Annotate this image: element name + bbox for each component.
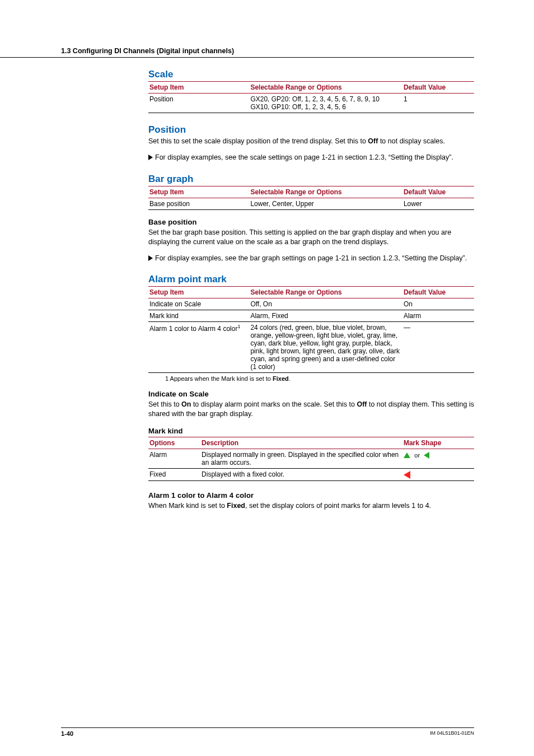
triangle-right-icon bbox=[148, 155, 153, 160]
cell-def: Lower bbox=[402, 198, 474, 209]
cell-item: Base position bbox=[148, 198, 249, 209]
note-text: For display examples, see the scale sett… bbox=[155, 153, 453, 162]
text: Set this to bbox=[148, 400, 181, 408]
th-options: Selectable Range or Options bbox=[249, 82, 402, 94]
position-body: Set this to set the scale display positi… bbox=[148, 137, 474, 146]
position-note: For display examples, see the scale sett… bbox=[148, 153, 474, 162]
th-options2: Options bbox=[148, 437, 200, 449]
doc-number: IM 04L51B01-01EN bbox=[430, 730, 474, 737]
th-markshape: Mark Shape bbox=[402, 437, 474, 449]
cell-item: Position bbox=[148, 94, 249, 113]
alarm-colors-body: When Mark kind is set to Fixed, set the … bbox=[148, 501, 474, 511]
cell-opt: Alarm, Fixed bbox=[249, 310, 402, 322]
section-header: 1.3 Configuring DI Channels (Digital inp… bbox=[0, 47, 474, 58]
th-default: Default Value bbox=[402, 186, 474, 198]
cell-opt: Lower, Center, Upper bbox=[249, 198, 402, 209]
cell-shape: or bbox=[402, 449, 474, 469]
cell-shape bbox=[402, 469, 474, 481]
cell-desc: Displayed with a fixed color. bbox=[200, 469, 402, 481]
text: , set the display colors of point marks … bbox=[245, 502, 431, 510]
bar-body: Set the bar graph base position. This se… bbox=[148, 228, 474, 247]
table-mark-kind: Options Description Mark Shape Alarm Dis… bbox=[148, 437, 474, 481]
heading-position: Position bbox=[148, 124, 474, 136]
page-number: 1-40 bbox=[61, 730, 73, 737]
table-bar: Setup Item Selectable Range or Options D… bbox=[148, 186, 474, 210]
text: Set this to set the scale display positi… bbox=[148, 137, 368, 145]
cell-def: 1 bbox=[402, 94, 474, 113]
mark-red-left-icon bbox=[404, 471, 410, 479]
cell-item: Mark kind bbox=[148, 310, 249, 322]
th-desc: Description bbox=[200, 437, 402, 449]
mark-green-left-icon bbox=[424, 452, 429, 459]
cell-def: — bbox=[402, 322, 474, 373]
text-bold: Fixed bbox=[227, 502, 245, 510]
table-row: Alarm Displayed normally in green. Displ… bbox=[148, 449, 474, 469]
table-row: Base position Lower, Center, Upper Lower bbox=[148, 198, 474, 209]
cell-item: Indicate on Scale bbox=[148, 298, 249, 310]
cell-opt: GX20, GP20: Off, 1, 2, 3, 4, 5, 6, 7, 8,… bbox=[249, 94, 402, 113]
triangle-right-icon bbox=[148, 255, 153, 261]
table-row: Position GX20, GP20: Off, 1, 2, 3, 4, 5,… bbox=[148, 94, 474, 113]
cell-opt: 24 colors (red, green, blue, blue violet… bbox=[249, 322, 402, 373]
cell-def: Alarm bbox=[402, 310, 474, 322]
text: . bbox=[289, 375, 291, 382]
heading-scale: Scale bbox=[148, 69, 474, 80]
subheading-mark-kind: Mark kind bbox=[148, 427, 474, 435]
table-row: Fixed Displayed with a fixed color. bbox=[148, 469, 474, 481]
text-bold: Off bbox=[357, 400, 367, 408]
superscript: 1 bbox=[237, 324, 240, 329]
subheading-indicate-on-scale: Indicate on Scale bbox=[148, 390, 474, 398]
text: When Mark kind is set to bbox=[148, 502, 227, 510]
heading-alarm-point-mark: Alarm point mark bbox=[148, 274, 474, 285]
mark-green-up-icon bbox=[404, 452, 410, 458]
text-bold: On bbox=[181, 400, 191, 408]
text: to not display scales. bbox=[378, 137, 445, 145]
text: to display alarm point marks on the scal… bbox=[191, 400, 357, 408]
cell-opt: Fixed bbox=[148, 469, 200, 481]
th-default: Default Value bbox=[402, 287, 474, 298]
th-default: Default Value bbox=[402, 82, 474, 94]
footnote-1: 1 Appears when the Mark kind is set to F… bbox=[165, 375, 474, 382]
text-bold: Fixed bbox=[273, 375, 289, 382]
cell-def: On bbox=[402, 298, 474, 310]
table-alarm: Setup Item Selectable Range or Options D… bbox=[148, 286, 474, 373]
cell-opt: Alarm bbox=[148, 449, 200, 469]
cell-opt: Off, On bbox=[249, 298, 402, 310]
text: Alarm 1 color to Alarm 4 color bbox=[149, 325, 237, 333]
or-text: or bbox=[414, 452, 420, 459]
th-setup: Setup Item bbox=[148, 287, 249, 298]
table-scale: Setup Item Selectable Range or Options D… bbox=[148, 81, 474, 113]
table-row: Indicate on Scale Off, On On bbox=[148, 298, 474, 310]
heading-bar-graph: Bar graph bbox=[148, 174, 474, 185]
indicate-body: Set this to On to display alarm point ma… bbox=[148, 400, 474, 419]
note-text: For display examples, see the bar graph … bbox=[155, 254, 467, 263]
subheading-base-position: Base position bbox=[148, 218, 474, 226]
text: 1 Appears when the Mark kind is set to bbox=[165, 375, 273, 382]
th-options: Selectable Range or Options bbox=[249, 186, 402, 198]
bar-note: For display examples, see the bar graph … bbox=[148, 254, 474, 263]
footer: 1-40 IM 04L51B01-01EN bbox=[61, 727, 474, 737]
subheading-alarm-colors: Alarm 1 color to Alarm 4 color bbox=[148, 491, 474, 500]
th-setup: Setup Item bbox=[148, 82, 249, 94]
cell-desc: Displayed normally in green. Displayed i… bbox=[200, 449, 402, 469]
table-row: Mark kind Alarm, Fixed Alarm bbox=[148, 310, 474, 322]
th-options: Selectable Range or Options bbox=[249, 287, 402, 298]
text-bold: Off bbox=[368, 137, 378, 145]
cell-item: Alarm 1 color to Alarm 4 color1 bbox=[148, 322, 249, 373]
th-setup: Setup Item bbox=[148, 186, 249, 198]
table-row: Alarm 1 color to Alarm 4 color1 24 color… bbox=[148, 322, 474, 373]
